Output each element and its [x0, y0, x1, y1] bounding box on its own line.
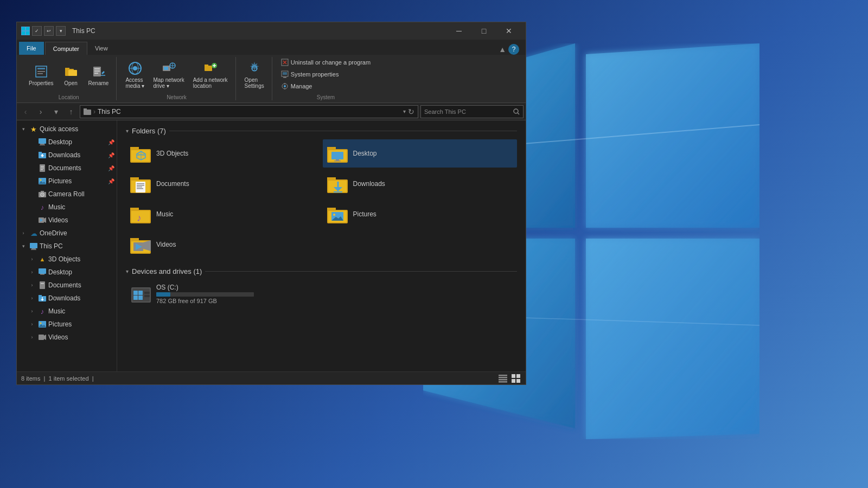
sidebar-item-downloads[interactable]: Downloads 📌: [17, 149, 117, 162]
onedrive-expand: ›: [19, 229, 28, 237]
folder-item-pictures[interactable]: Pictures: [323, 200, 518, 228]
folder-item-videos[interactable]: Videos: [126, 230, 321, 259]
pc-pictures-expand: ›: [28, 320, 36, 329]
svg-rect-90: [130, 147, 139, 150]
sidebar-item-videos[interactable]: Videos: [17, 214, 117, 227]
drives-toggle[interactable]: ▾: [126, 268, 129, 274]
properties-button[interactable]: Properties: [25, 62, 57, 88]
folder-item-desktop[interactable]: Desktop: [323, 139, 518, 168]
uninstall-button[interactable]: Uninstall or change a program: [278, 57, 374, 68]
address-box[interactable]: › This PC ▾ ↻: [80, 105, 418, 118]
ribbon-content: Properties Open: [17, 55, 526, 102]
sidebar-item-this-pc[interactable]: ▾ This PC: [17, 240, 117, 253]
main-area: ▾ ★ Quick access Desktop 📌 Downloads 📌: [17, 120, 526, 371]
tab-computer[interactable]: Computer: [45, 42, 87, 55]
sidebar-item-desktop[interactable]: Desktop 📌: [17, 136, 117, 149]
back-button[interactable]: ‹: [19, 105, 32, 118]
desktop-expand: [28, 138, 36, 146]
svg-rect-74: [31, 248, 36, 249]
settings-icon: [247, 61, 262, 76]
manage-button[interactable]: Manage: [278, 81, 374, 92]
folder-item-downloads[interactable]: Downloads: [323, 170, 518, 198]
forward-button[interactable]: ›: [34, 105, 47, 118]
svg-rect-141: [499, 377, 507, 378]
sidebar-item-onedrive[interactable]: › ☁ OneDrive: [17, 227, 117, 240]
svg-point-69: [42, 194, 43, 195]
help-button[interactable]: ?: [508, 44, 519, 55]
drives-section-header: ▾ Devices and drives (1): [126, 267, 517, 275]
sidebar-pictures-label: Pictures: [48, 177, 107, 185]
sidebar-desktop-label: Desktop: [48, 138, 107, 146]
sidebar-item-3d-objects[interactable]: › ▲ 3D Objects: [17, 253, 117, 266]
sidebar-pc-videos[interactable]: › Videos: [17, 331, 117, 344]
sidebar-pc-documents[interactable]: › Documents: [17, 279, 117, 292]
sidebar-pc-pictures-label: Pictures: [48, 320, 114, 328]
pc-documents-expand: ›: [28, 281, 36, 290]
svg-rect-8: [22, 31, 25, 35]
address-refresh-btn[interactable]: ↻: [408, 107, 414, 116]
folders-toggle[interactable]: ▾: [126, 128, 129, 134]
svg-rect-18: [94, 68, 100, 69]
qat-save-btn[interactable]: ✓: [32, 26, 42, 36]
recent-locations-button[interactable]: ▾: [49, 105, 62, 118]
access-media-button[interactable]: Accessmedia ▾: [122, 59, 148, 91]
svg-rect-67: [41, 191, 44, 192]
svg-rect-54: [40, 145, 45, 145]
sidebar-music-label: Music: [48, 203, 114, 211]
svg-rect-147: [516, 379, 520, 383]
tab-view[interactable]: View: [87, 42, 116, 55]
documents-expand: [28, 164, 36, 172]
folder-item-documents[interactable]: Documents: [126, 170, 321, 198]
view-details-button[interactable]: [497, 373, 508, 384]
desktop-pin-icon: 📌: [108, 139, 114, 145]
sidebar-pc-desktop[interactable]: › Desktop: [17, 266, 117, 279]
qat-undo-btn[interactable]: ↩: [44, 26, 54, 36]
folder-videos-icon: [130, 234, 152, 255]
map-network-icon: [161, 61, 176, 76]
folder-item-3d-objects[interactable]: 3D Objects: [126, 139, 321, 168]
system-props-button[interactable]: System properties: [278, 69, 374, 80]
sidebar-item-camera-roll[interactable]: Camera Roll: [17, 188, 117, 201]
properties-label: Properties: [29, 80, 54, 86]
address-dropdown-btn[interactable]: ▾: [403, 108, 406, 114]
search-box[interactable]: Search This PC: [420, 105, 524, 118]
sidebar-pc-music[interactable]: › ♪ Music: [17, 305, 117, 318]
svg-rect-76: [39, 268, 46, 274]
up-button[interactable]: ↑: [65, 105, 78, 118]
open-settings-button[interactable]: OpenSettings: [241, 59, 267, 91]
sidebar-item-quick-access[interactable]: ▾ ★ Quick access: [17, 123, 117, 136]
network-group-label: Network: [167, 94, 187, 100]
svg-rect-111: [327, 177, 336, 181]
maximize-button[interactable]: □: [471, 22, 496, 40]
svg-rect-109: [137, 188, 143, 189]
status-items-count: 8 items: [21, 375, 40, 382]
svg-point-64: [40, 179, 42, 181]
address-bar-row: ‹ › ▾ ↑ › This PC ▾ ↻ Search This PC: [17, 103, 526, 120]
sidebar-item-pictures[interactable]: Pictures 📌: [17, 175, 117, 188]
rename-button[interactable]: Rename: [85, 62, 112, 88]
sidebar-pc-downloads[interactable]: › Downloads: [17, 292, 117, 305]
svg-marker-21: [101, 71, 105, 74]
pc-desktop-icon: [38, 268, 47, 277]
svg-rect-81: [39, 295, 42, 297]
add-network-button[interactable]: Add a networklocation: [190, 59, 231, 91]
tab-file[interactable]: File: [19, 42, 44, 55]
view-large-icons-button[interactable]: [510, 373, 521, 384]
map-network-button[interactable]: Map networkdrive ▾: [150, 59, 187, 91]
drive-item-c[interactable]: OS (C:) 782 GB free of 917 GB: [126, 280, 517, 308]
svg-rect-28: [164, 67, 168, 70]
address-breadcrumb-separator: ›: [93, 108, 95, 115]
sidebar-pc-pictures[interactable]: › Pictures: [17, 318, 117, 331]
qat-dropdown-btn[interactable]: ▾: [56, 26, 66, 36]
svg-rect-19: [94, 70, 100, 72]
3d-objects-icon: ▲: [38, 255, 47, 264]
close-button[interactable]: ✕: [496, 22, 521, 40]
sidebar-item-documents[interactable]: Documents 📌: [17, 162, 117, 175]
open-button[interactable]: Open: [59, 62, 83, 88]
minimize-button[interactable]: ─: [446, 22, 471, 40]
folder-item-music[interactable]: ♪ Music: [126, 200, 321, 228]
sidebar-item-music[interactable]: ♪ Music: [17, 201, 117, 214]
system-group-label: System: [317, 94, 335, 100]
downloads-expand: [28, 151, 36, 159]
ribbon-collapse-btn[interactable]: ▲: [499, 45, 506, 54]
